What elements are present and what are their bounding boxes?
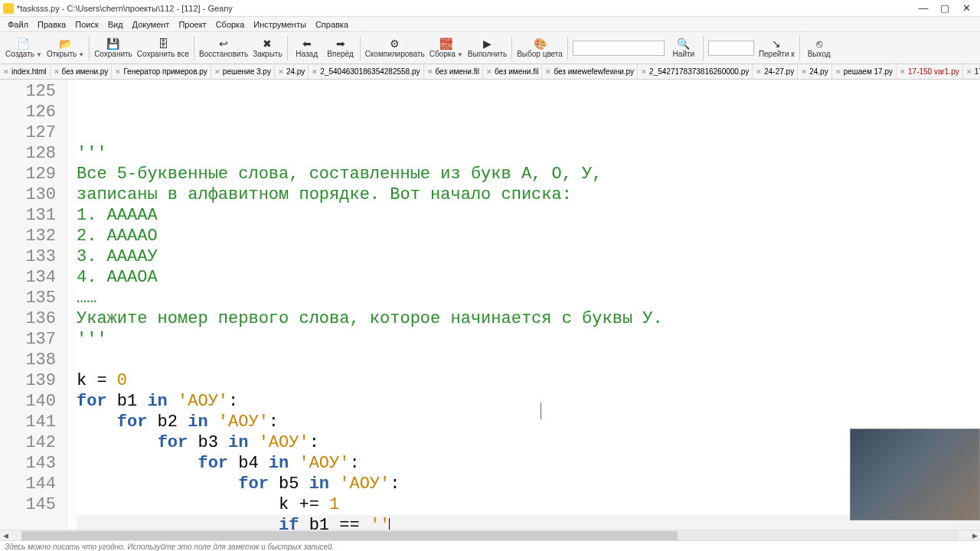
menu-поиск[interactable]: Поиск <box>70 18 103 31</box>
code-editor[interactable]: '''Все 5-буквенные слова, составленные и… <box>77 80 980 530</box>
tab-2_5404630186354282558.py[interactable]: ✕2_5404630186354282558.py <box>309 64 423 79</box>
code-line[interactable]: for b1 in 'АОУ': <box>77 391 980 412</box>
code-line[interactable]: for b2 in 'АОУ': <box>77 412 980 432</box>
toolbar-скомпилировать[interactable]: ⚙Скомпилировать <box>363 34 427 63</box>
code-line[interactable]: записаны в алфавитном порядке. Вот начал… <box>77 184 980 205</box>
toolbar-перейти к[interactable]: ↘Перейти к <box>756 34 797 63</box>
close-icon[interactable]: ✕ <box>3 68 9 76</box>
toolbar-сохранить все[interactable]: 🗄Сохранить все <box>135 34 191 63</box>
code-line[interactable]: 1. ААААА <box>77 205 980 226</box>
close-icon[interactable]: ✕ <box>756 68 762 76</box>
minimize-button[interactable]: — <box>913 1 934 16</box>
close-button[interactable]: ✕ <box>956 1 977 16</box>
tab-label: 17-150 va.py <box>975 67 980 76</box>
scroll-right-icon[interactable]: ▶ <box>969 532 980 540</box>
line-number: 144 <box>0 474 56 494</box>
toolbar-назад[interactable]: ⬅Назад <box>290 34 324 63</box>
tab-без имени.py[interactable]: ✕без имени.py <box>51 64 113 79</box>
code-line[interactable]: ''' <box>77 329 980 350</box>
tab-2_5427178373816260000.py[interactable]: ✕2_5427178373816260000.py <box>638 64 753 79</box>
menu-файл[interactable]: Файл <box>3 18 33 31</box>
tab-без имеwefewfеwни.py[interactable]: ✕без имеwefewfеwни.py <box>542 64 638 79</box>
tab-label: 2_5404630186354282558.py <box>320 67 420 76</box>
menu-сборка[interactable]: Сборка <box>211 18 250 31</box>
window-title: *tasksss.py - C:\Users\chern\проекты\112… <box>17 4 913 13</box>
toolbar-сборка[interactable]: 🧱Сборка▼ <box>427 34 466 63</box>
code-line[interactable]: ''' <box>77 143 980 164</box>
horizontal-scrollbar[interactable]: ◀ ▶ <box>0 530 980 540</box>
toolbar-separator <box>799 36 800 60</box>
toolbar-найти[interactable]: 🔍Найти <box>667 34 701 63</box>
toolbar-выбор цвета[interactable]: 🎨Выбор цвета <box>514 34 565 63</box>
line-number: 137 <box>0 329 56 350</box>
close-icon[interactable]: ✕ <box>427 68 433 76</box>
scrollbar-track[interactable] <box>21 531 959 540</box>
goto-line-input[interactable] <box>708 41 754 56</box>
code-line[interactable]: k += 1 <box>77 494 980 515</box>
tab-17-150 va.py[interactable]: ✕17-150 va.py <box>963 64 980 79</box>
tab-Генератор примеров.py[interactable]: ✕Генератор примеров.py <box>112 64 211 79</box>
toolbar-закрыть[interactable]: ✖Закрыть <box>250 34 285 63</box>
code-line[interactable]: if b1 == '' <box>77 515 980 530</box>
tab-24.py[interactable]: ✕24.py <box>798 64 831 79</box>
code-line[interactable]: Все 5-буквенные слова, составленные из б… <box>77 164 980 184</box>
fold-column[interactable] <box>67 80 77 530</box>
menu-вид[interactable]: Вид <box>103 18 128 31</box>
close-icon[interactable]: ✕ <box>545 68 551 76</box>
scroll-left-icon[interactable]: ◀ <box>0 532 11 540</box>
close-icon[interactable]: ✕ <box>966 68 972 76</box>
code-line[interactable]: 3. ААААУ <box>77 246 980 267</box>
close-icon[interactable]: ✕ <box>312 68 318 76</box>
maximize-button[interactable]: ▢ <box>934 1 956 16</box>
code-line[interactable]: k = 0 <box>77 370 980 391</box>
tab-index.html[interactable]: ✕index.html <box>0 64 51 79</box>
toolbar-separator <box>287 36 288 60</box>
close-icon[interactable]: ✕ <box>54 68 60 76</box>
close-icon[interactable]: ✕ <box>835 68 841 76</box>
Сохранить все-icon: 🗄 <box>158 37 168 50</box>
code-line[interactable]: for b5 in 'АОУ': <box>77 474 980 494</box>
code-line[interactable]: for b3 in 'АОУ': <box>77 432 980 453</box>
close-icon[interactable]: ✕ <box>641 68 647 76</box>
toolbar-восстановить[interactable]: ↩Восстановить <box>197 34 250 63</box>
scrollbar-thumb[interactable] <box>21 531 678 540</box>
close-icon[interactable]: ✕ <box>801 68 807 76</box>
toolbar-выполнить[interactable]: ▶Выполнить <box>466 34 509 63</box>
tab-24-27.py[interactable]: ✕24-27.py <box>753 64 798 79</box>
tab-решение 3.py[interactable]: ✕решение 3.py <box>211 64 275 79</box>
tab-label: 24-27.py <box>764 67 794 76</box>
code-line[interactable] <box>77 350 980 370</box>
code-line[interactable]: …… <box>77 288 980 308</box>
code-line[interactable]: 2. ААААО <box>77 226 980 246</box>
toolbar-сохранить[interactable]: 💾Сохранить <box>92 34 135 63</box>
tab-17-150 var1.py[interactable]: ✕17-150 var1.py <box>897 64 963 79</box>
menu-справка[interactable]: Справка <box>311 18 353 31</box>
line-number: 134 <box>0 267 56 288</box>
title-bar: *tasksss.py - C:\Users\chern\проекты\112… <box>0 0 980 17</box>
close-icon[interactable]: ✕ <box>115 68 121 76</box>
menu-документ[interactable]: Документ <box>128 18 175 31</box>
toolbar-label: Выполнить <box>468 50 507 58</box>
code-line[interactable]: 4. АААОА <box>77 267 980 288</box>
menu-проект[interactable]: Проект <box>174 18 211 31</box>
menu-правка[interactable]: Правка <box>33 18 70 31</box>
close-icon[interactable]: ✕ <box>278 68 284 76</box>
tab-без имени.fil[interactable]: ✕без имени.fil <box>483 64 542 79</box>
toolbar-вперёд[interactable]: ➡Вперёд <box>324 34 358 63</box>
line-number: 128 <box>0 143 56 164</box>
close-icon[interactable]: ✕ <box>214 68 220 76</box>
scratch-input[interactable] <box>5 543 975 551</box>
toolbar: 📄Создать▼📂Открыть▼💾Сохранить🗄Сохранить в… <box>0 32 980 64</box>
close-icon[interactable]: ✕ <box>900 68 906 76</box>
tab-без имени.fil[interactable]: ✕без имени.fil <box>424 64 483 79</box>
search-input[interactable] <box>573 41 665 56</box>
close-icon[interactable]: ✕ <box>486 68 492 76</box>
tab-24.py[interactable]: ✕24.py <box>275 64 309 79</box>
toolbar-создать[interactable]: 📄Создать▼ <box>3 34 44 63</box>
toolbar-выход[interactable]: ⎋Выход <box>802 34 836 63</box>
menu-инструменты[interactable]: Инструменты <box>249 18 311 31</box>
code-line[interactable]: Укажите номер первого слова, которое нач… <box>77 308 980 329</box>
tab-решаем 17.py[interactable]: ✕решаем 17.py <box>832 64 897 79</box>
code-line[interactable]: for b4 in 'АОУ': <box>77 453 980 474</box>
toolbar-открыть[interactable]: 📂Открыть▼ <box>44 34 87 63</box>
